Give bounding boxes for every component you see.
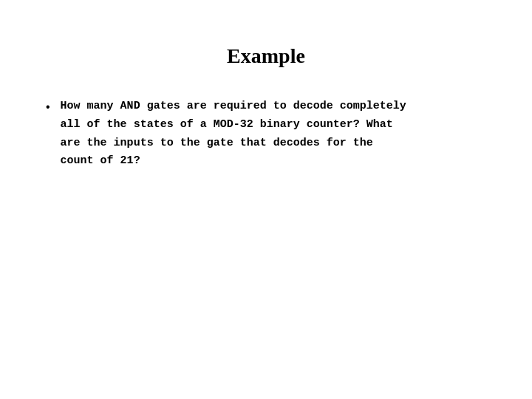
content-area: • How many AND gates are required to dec… [44,98,488,171]
bullet-text: How many AND gates are required to decod… [61,98,406,171]
bullet-dot: • [44,99,52,118]
slide-container: Example • How many AND gates are require… [0,0,532,399]
bullet-item: • How many AND gates are required to dec… [44,98,488,171]
title-area: Example [44,44,488,68]
slide-title: Example [44,44,488,68]
